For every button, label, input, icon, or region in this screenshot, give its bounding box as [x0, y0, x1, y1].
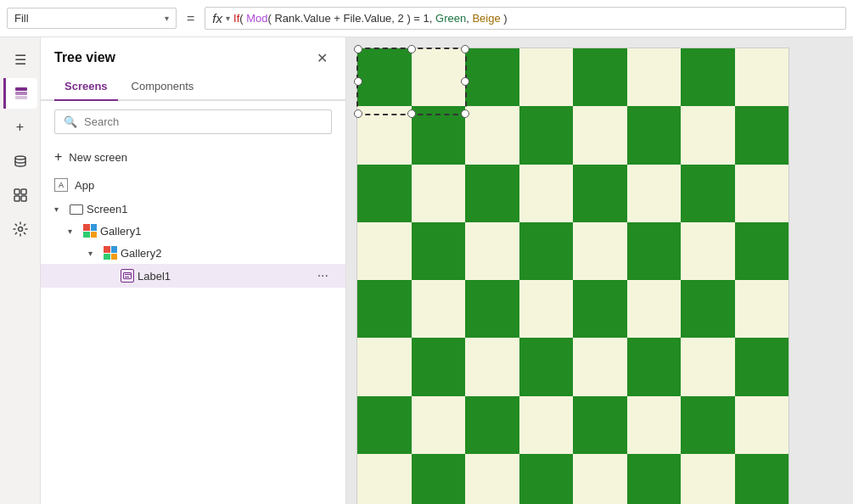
checkerboard-cell	[465, 280, 519, 338]
svg-point-8	[18, 227, 22, 232]
search-box[interactable]: 🔍	[54, 109, 332, 134]
gallery1-label: Gallery1	[100, 225, 332, 238]
checkerboard-cell	[681, 338, 735, 395]
chevron-down-icon: ▾	[88, 249, 100, 258]
checkerboard-cell	[735, 280, 789, 338]
checkerboard-cell	[519, 48, 574, 106]
checkerboard-cell	[412, 106, 466, 164]
tab-components[interactable]: Components	[121, 75, 205, 101]
checkerboard-cell	[357, 165, 412, 222]
checkerboard-cell	[573, 338, 627, 395]
checkerboard-cell	[412, 222, 466, 280]
tree-panel: Tree view ✕ Screens Components 🔍 + New s…	[41, 37, 346, 504]
hamburger-menu-button[interactable]: ☰	[3, 44, 37, 75]
checkerboard-cell	[357, 48, 412, 106]
svg-rect-2	[15, 96, 27, 99]
gallery1-icon	[83, 224, 97, 238]
checkerboard-cell	[627, 48, 682, 106]
settings-button[interactable]	[3, 214, 37, 244]
equals-sign: =	[183, 11, 198, 26]
checkerboard-cell	[681, 280, 735, 338]
tree-node-label1[interactable]: ▾ Label1 ···	[41, 264, 345, 288]
checkerboard-cell	[735, 454, 789, 504]
gallery2-icon	[104, 246, 117, 260]
checkerboard[interactable]	[356, 48, 789, 504]
fx-icon: fx	[212, 11, 222, 25]
checkerboard-cell	[465, 165, 519, 222]
settings-icon	[13, 221, 28, 237]
gallery2-label: Gallery2	[121, 247, 332, 260]
checkerboard-cell	[465, 106, 519, 164]
svg-rect-1	[15, 92, 27, 95]
checkerboard-cell	[412, 48, 466, 106]
checkerboard-cell	[465, 338, 519, 395]
new-screen-button[interactable]: + New screen	[41, 143, 345, 171]
search-icon: 🔍	[64, 115, 77, 128]
checkerboard-cell	[357, 396, 412, 454]
tree-node-screen1[interactable]: ▾ Screen1	[41, 199, 345, 220]
checkerboard-cell	[627, 280, 682, 338]
checkerboard-cell	[573, 222, 627, 280]
checkerboard-cell	[519, 454, 574, 504]
checkerboard-cell	[357, 222, 412, 280]
checkerboard-cell	[357, 338, 412, 395]
checkerboard-cell	[735, 165, 789, 222]
label1-icon	[121, 269, 134, 283]
formula-bar[interactable]: fx ▾ If( Mod( Rank.Value + File.Value, 2…	[205, 7, 846, 30]
add-button[interactable]: +	[3, 112, 37, 143]
checkerboard-cell	[681, 106, 735, 164]
svg-rect-0	[15, 87, 27, 91]
checkerboard-cell	[412, 338, 466, 395]
label1-more-button[interactable]: ···	[314, 268, 332, 283]
checkerboard-cell	[573, 280, 627, 338]
checkerboard-cell	[627, 106, 682, 164]
data-button[interactable]	[3, 146, 37, 176]
checkerboard-cell	[627, 396, 682, 454]
checkerboard-cell	[412, 396, 466, 454]
checkerboard-cell	[627, 454, 682, 504]
chevron-down-icon: ▾	[54, 204, 66, 214]
checkerboard-cell	[681, 396, 735, 454]
tree-close-button[interactable]: ✕	[311, 48, 332, 68]
fill-dropdown[interactable]: Fill ▾	[7, 8, 177, 29]
tree-node-gallery2[interactable]: ▾ Gallery2	[41, 242, 345, 264]
checkerboard-cell	[465, 48, 519, 106]
new-screen-label: New screen	[69, 151, 127, 164]
canvas-area	[346, 37, 853, 504]
checkerboard-cell	[735, 48, 789, 106]
fill-dropdown-arrow-icon: ▾	[165, 14, 169, 23]
layers-button[interactable]	[3, 78, 37, 109]
checkerboard-cell	[465, 222, 519, 280]
svg-rect-5	[21, 189, 26, 194]
checkerboard-cell	[573, 48, 627, 106]
checkerboard-cell	[681, 165, 735, 222]
checkerboard-cell	[519, 280, 574, 338]
component-icon	[13, 188, 28, 203]
checkerboard-cell	[573, 454, 627, 504]
checkerboard-cell	[519, 396, 574, 454]
checkerboard-cell	[519, 165, 574, 222]
screen-icon	[70, 204, 83, 215]
svg-rect-4	[14, 189, 20, 194]
svg-rect-7	[21, 196, 26, 201]
checkerboard-cell	[573, 165, 627, 222]
app-icon: A	[54, 178, 68, 192]
label1-label: Label1	[137, 270, 311, 283]
checkerboard-cell	[627, 165, 682, 222]
checkerboard-cell	[412, 280, 466, 338]
checkerboard-cell	[681, 454, 735, 504]
plus-icon: +	[54, 149, 62, 165]
component-button[interactable]	[3, 180, 37, 210]
top-bar: Fill ▾ = fx ▾ If( Mod( Rank.Value + File…	[0, 0, 853, 37]
tree-node-gallery1[interactable]: ▾ Gallery1	[41, 220, 345, 242]
tab-screens[interactable]: Screens	[54, 75, 118, 101]
search-input[interactable]	[84, 115, 323, 128]
checkerboard-cell	[357, 454, 412, 504]
checkerboard-cell	[681, 48, 735, 106]
checkerboard-cell	[412, 165, 466, 222]
fx-chevron-icon[interactable]: ▾	[226, 14, 230, 23]
app-item[interactable]: A App	[41, 171, 345, 199]
checkerboard-cell	[519, 106, 574, 164]
checkerboard-cell	[357, 106, 412, 164]
checkerboard-cell	[627, 222, 682, 280]
